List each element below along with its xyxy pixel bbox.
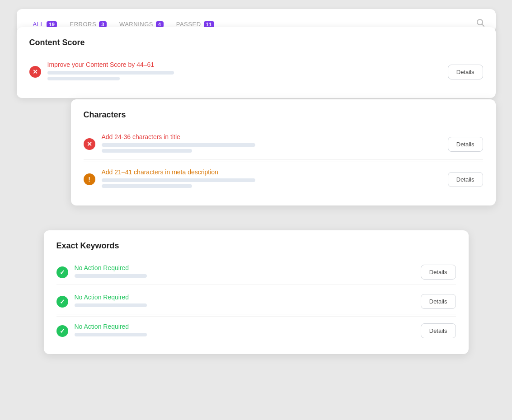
keywords-item-0-message: No Action Required: [75, 264, 414, 271]
divider-3: [56, 316, 456, 317]
content-score-title: Content Score: [29, 38, 483, 47]
keywords-item-1: ✓ No Action Required Details: [56, 289, 456, 314]
skeleton-line-8: [75, 303, 147, 307]
skeleton-line-2: [47, 77, 120, 80]
success-icon-2: ✓: [56, 325, 68, 337]
characters-item-0: ✕ Add 24-36 characters in title Details: [84, 129, 483, 160]
chars-item-1-details-button[interactable]: Details: [448, 172, 483, 187]
keywords-item-2: ✓ No Action Required Details: [56, 318, 456, 343]
keywords-title: Exact Keywords: [56, 241, 456, 251]
tab-all-badge: 19: [47, 21, 57, 28]
keywords-item-2-details-button[interactable]: Details: [421, 323, 456, 338]
tab-warnings-label: WARNINGS: [119, 21, 153, 28]
content-score-content: Improve your Content Score by 44–61: [47, 61, 442, 83]
content-score-details-button[interactable]: Details: [448, 65, 483, 79]
skeleton-line-3: [102, 143, 255, 147]
keywords-item-1-details-button[interactable]: Details: [421, 294, 456, 309]
content-score-message: Improve your Content Score by 44–61: [47, 61, 442, 68]
divider-2: [56, 287, 456, 287]
tab-all-label: ALL: [33, 21, 44, 28]
skeleton-line-9: [75, 333, 147, 336]
chars-item-1-message: Add 21–41 characters in meta description: [102, 168, 442, 176]
content-score-item: ✕ Improve your Content Score by 44–61 De…: [29, 56, 483, 87]
success-icon-0: ✓: [56, 266, 68, 278]
keywords-item-0-content: No Action Required: [75, 264, 414, 280]
keywords-item-1-message: No Action Required: [75, 294, 414, 301]
skeleton-line-6: [102, 184, 192, 188]
tab-errors-badge: 3: [99, 21, 107, 28]
characters-title: Characters: [84, 110, 483, 120]
tab-errors-label: ERRORS: [70, 21, 96, 28]
keywords-item-0-details-button[interactable]: Details: [421, 265, 456, 280]
chars-item-0-details-button[interactable]: Details: [448, 137, 483, 152]
keywords-item-2-content: No Action Required: [75, 323, 414, 339]
chars-item-0-message: Add 24-36 characters in title: [102, 133, 442, 140]
skeleton-line-7: [75, 274, 147, 278]
keywords-item-2-message: No Action Required: [75, 323, 414, 330]
tab-passed-badge: 11: [204, 21, 214, 28]
keywords-card: Exact Keywords ✓ No Action Required Deta…: [44, 230, 469, 354]
divider-1: [84, 162, 483, 162]
content-score-card: Content Score ✕ Improve your Content Sco…: [17, 27, 496, 98]
characters-card: Characters ✕ Add 24-36 characters in tit…: [71, 99, 496, 205]
tab-passed-label: PASSED: [176, 21, 201, 28]
error-icon: ✕: [29, 66, 41, 78]
error-icon-chars: ✕: [84, 138, 95, 150]
tab-warnings-badge: 4: [156, 21, 164, 28]
skeleton-line-4: [102, 149, 192, 153]
skeleton-line-5: [102, 178, 255, 182]
keywords-item-0: ✓ No Action Required Details: [56, 260, 456, 285]
characters-item-1: ! Add 21–41 characters in meta descripti…: [84, 164, 483, 195]
warning-icon-chars: !: [84, 173, 95, 185]
keywords-item-1-content: No Action Required: [75, 294, 414, 309]
chars-item-1-content: Add 21–41 characters in meta description: [102, 168, 442, 190]
chars-item-0-content: Add 24-36 characters in title: [102, 133, 442, 155]
svg-line-1: [482, 24, 484, 26]
success-icon-1: ✓: [56, 296, 68, 308]
skeleton-line-1: [47, 71, 174, 75]
